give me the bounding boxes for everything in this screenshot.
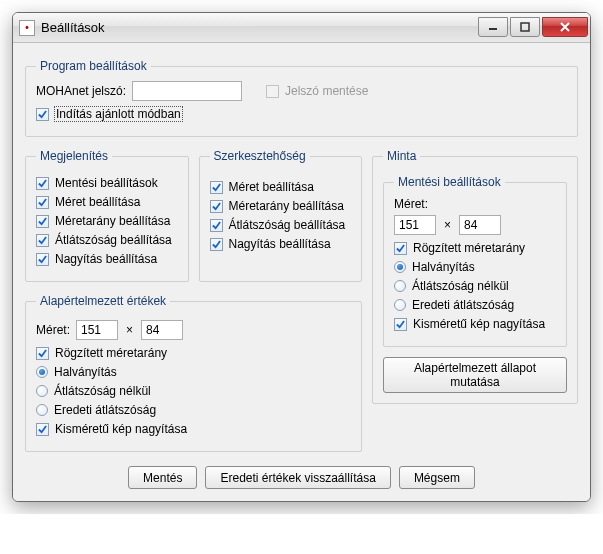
sample-group: Minta Mentési beállítások Méret: × Rögzí…: [372, 149, 578, 404]
defaults-radio-0[interactable]: [36, 366, 48, 378]
edit-opt-3-checkbox[interactable]: [210, 238, 223, 251]
sample-radio-2[interactable]: [394, 299, 406, 311]
show-default-state-button[interactable]: Alapértelmezett állapot mutatása: [383, 357, 567, 393]
edit-group: Szerkesztehőség Méret beállítása Méretar…: [199, 149, 363, 282]
edit-opt-0-label: Méret beállítása: [229, 180, 314, 194]
maximize-button[interactable]: [510, 17, 540, 37]
sample-width-input[interactable]: [394, 215, 436, 235]
reset-button[interactable]: Eredeti értékek visszaállítása: [205, 466, 390, 489]
defaults-fixed-ratio-label: Rögzített méretarány: [55, 346, 167, 360]
defaults-size-label: Méret:: [36, 323, 70, 337]
sample-size-label: Méret:: [394, 197, 556, 211]
minimize-button[interactable]: [478, 17, 508, 37]
edit-opt-3-label: Nagyítás beállítása: [229, 237, 331, 251]
recommended-mode-label: Indítás ajánlott módban: [55, 107, 182, 121]
defaults-radio-2-label: Eredeti átlátszóság: [54, 403, 156, 417]
sample-height-input[interactable]: [459, 215, 501, 235]
save-button[interactable]: Mentés: [128, 466, 197, 489]
sample-radio-1[interactable]: [394, 280, 406, 292]
svg-rect-1: [521, 23, 529, 31]
edit-opt-2-checkbox[interactable]: [210, 219, 223, 232]
sample-radio-1-label: Átlátszóság nélkül: [412, 279, 509, 293]
display-opt-1-label: Méret beállítása: [55, 195, 140, 209]
cancel-button[interactable]: Mégsem: [399, 466, 475, 489]
defaults-group: Alapértelmezett értékek Méret: × Rögzíte…: [25, 294, 362, 452]
display-opt-3-checkbox[interactable]: [36, 234, 49, 247]
display-legend: Megjelenítés: [36, 149, 112, 163]
password-label: MOHAnet jelszó:: [36, 84, 126, 98]
display-group: Megjelenítés Mentési beállítások Méret b…: [25, 149, 189, 282]
times-symbol: ×: [442, 218, 453, 232]
settings-window: • Beállítások Program beállítások MOHAne…: [12, 12, 591, 502]
defaults-small-zoom-label: Kisméretű kép nagyítása: [55, 422, 187, 436]
sample-radio-2-label: Eredeti átlátszóság: [412, 298, 514, 312]
defaults-fixed-ratio-checkbox[interactable]: [36, 347, 49, 360]
display-opt-0-checkbox[interactable]: [36, 177, 49, 190]
defaults-height-input[interactable]: [141, 320, 183, 340]
sample-fixed-ratio-checkbox[interactable]: [394, 242, 407, 255]
defaults-radio-1-label: Átlátszóság nélkül: [54, 384, 151, 398]
edit-opt-2-label: Átlátszóság beállítása: [229, 218, 346, 232]
defaults-small-zoom-checkbox[interactable]: [36, 423, 49, 436]
display-opt-3-label: Átlátszóság beállítása: [55, 233, 172, 247]
sample-save-legend: Mentési beállítások: [394, 175, 505, 189]
save-password-checkbox: [266, 85, 279, 98]
defaults-width-input[interactable]: [76, 320, 118, 340]
display-opt-4-label: Nagyítás beállítása: [55, 252, 157, 266]
sample-legend: Minta: [383, 149, 420, 163]
display-opt-2-label: Méretarány beállítása: [55, 214, 170, 228]
program-settings-group: Program beállítások MOHAnet jelszó: Jels…: [25, 59, 578, 137]
password-input[interactable]: [132, 81, 242, 101]
sample-radio-0-label: Halványítás: [412, 260, 475, 274]
edit-opt-1-checkbox[interactable]: [210, 200, 223, 213]
close-button[interactable]: [542, 17, 588, 37]
defaults-radio-0-label: Halványítás: [54, 365, 117, 379]
save-password-label: Jelszó mentése: [285, 84, 368, 98]
sample-small-zoom-checkbox[interactable]: [394, 318, 407, 331]
edit-opt-0-checkbox[interactable]: [210, 181, 223, 194]
display-opt-1-checkbox[interactable]: [36, 196, 49, 209]
display-opt-4-checkbox[interactable]: [36, 253, 49, 266]
sample-radio-0[interactable]: [394, 261, 406, 273]
app-icon: •: [19, 20, 35, 36]
display-opt-0-label: Mentési beállítások: [55, 176, 158, 190]
sample-fixed-ratio-label: Rögzített méretarány: [413, 241, 525, 255]
edit-legend: Szerkesztehőség: [210, 149, 310, 163]
titlebar[interactable]: • Beállítások: [13, 13, 590, 43]
sample-small-zoom-label: Kisméretű kép nagyítása: [413, 317, 545, 331]
edit-opt-1-label: Méretarány beállítása: [229, 199, 344, 213]
times-symbol: ×: [124, 323, 135, 337]
recommended-mode-checkbox[interactable]: [36, 108, 49, 121]
sample-save-group: Mentési beállítások Méret: × Rögzített m…: [383, 175, 567, 347]
window-title: Beállítások: [41, 20, 477, 35]
program-settings-legend: Program beállítások: [36, 59, 151, 73]
display-opt-2-checkbox[interactable]: [36, 215, 49, 228]
defaults-radio-2[interactable]: [36, 404, 48, 416]
defaults-legend: Alapértelmezett értékek: [36, 294, 170, 308]
defaults-radio-1[interactable]: [36, 385, 48, 397]
